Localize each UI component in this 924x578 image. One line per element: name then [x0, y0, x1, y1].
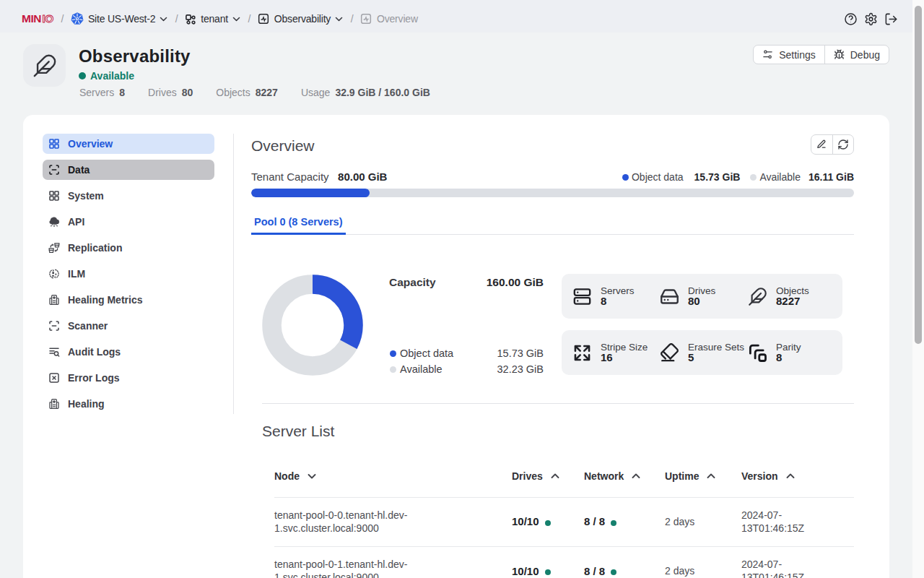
svg-text:MIN: MIN — [22, 14, 41, 24]
svg-text:IO: IO — [43, 14, 54, 24]
